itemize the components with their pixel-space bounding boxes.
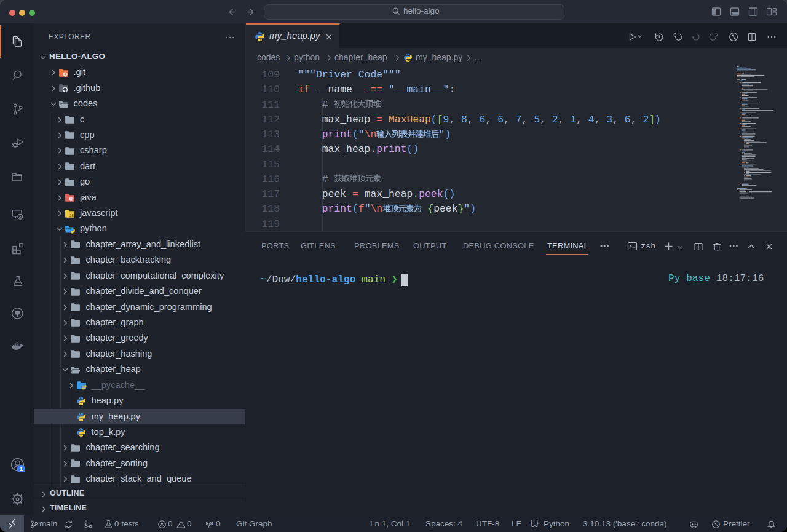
svg-text:JS: JS — [69, 213, 74, 218]
svg-text:1: 1 — [20, 466, 23, 472]
